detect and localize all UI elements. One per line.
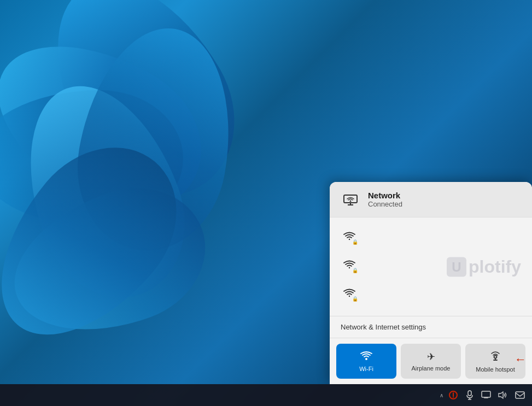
flyout-title-block: Network Connected (368, 191, 402, 208)
lock-badge-3: 🔒 (352, 296, 358, 302)
taskbar-right-area: ∧ (440, 387, 528, 403)
taskbar: ∧ (0, 384, 532, 406)
svg-point-4 (350, 201, 352, 202)
network-connection-icon (341, 190, 360, 209)
flyout-subtitle: Connected (368, 200, 402, 208)
airplane-toggle-label: Airplane mode (412, 365, 451, 372)
settings-link-text: Network & Internet settings (341, 323, 426, 331)
svg-rect-15 (482, 391, 490, 397)
security-taskbar-icon[interactable] (447, 389, 460, 402)
svg-marker-18 (499, 392, 503, 398)
lock-badge-2: 🔒 (352, 268, 358, 273)
flyout-header: Network Connected (330, 182, 532, 217)
microphone-taskbar-icon[interactable] (463, 389, 476, 402)
network-flyout-panel: Network Connected U plotify 🔒 (330, 182, 532, 384)
wifi-network-list: U plotify 🔒 (330, 217, 532, 316)
wifi-toggle-icon (360, 351, 372, 363)
lock-badge-1: 🔒 (352, 239, 358, 245)
airplane-toggle-icon: ✈ (427, 351, 435, 363)
hotspot-toggle-icon (489, 350, 501, 364)
wifi-toggle-button[interactable]: Wi-Fi (336, 344, 396, 379)
wifi-network-item-1[interactable]: 🔒 (330, 222, 532, 250)
volume-taskbar-icon[interactable] (496, 389, 509, 402)
wifi-signal-icon-2: 🔒 (341, 256, 358, 273)
red-arrow-indicator: ← (515, 352, 527, 367)
svg-point-11 (453, 397, 454, 398)
system-tray-chevron[interactable]: ∧ (440, 392, 443, 398)
wifi-toggle-label: Wi-Fi (359, 366, 373, 372)
display-taskbar-icon[interactable] (480, 389, 493, 402)
network-settings-link[interactable]: Network & Internet settings (330, 316, 532, 338)
wifi-signal-icon-1: 🔒 (341, 227, 358, 245)
quick-toggles-bar: Wi-Fi ✈ Airplane mode Mobile hotspot (330, 338, 532, 384)
notification-taskbar-icon[interactable] (512, 387, 528, 403)
wifi-network-item-3[interactable]: 🔒 (330, 279, 532, 307)
svg-rect-12 (468, 391, 471, 396)
wifi-network-item-2[interactable]: 🔒 (330, 250, 532, 279)
airplane-mode-toggle-button[interactable]: ✈ Airplane mode (401, 344, 461, 379)
wifi-signal-icon-3: 🔒 (341, 284, 358, 302)
flyout-title: Network (368, 191, 402, 200)
svg-rect-19 (516, 392, 524, 398)
svg-point-5 (365, 358, 367, 360)
hotspot-toggle-label: Mobile hotspot (476, 366, 515, 373)
